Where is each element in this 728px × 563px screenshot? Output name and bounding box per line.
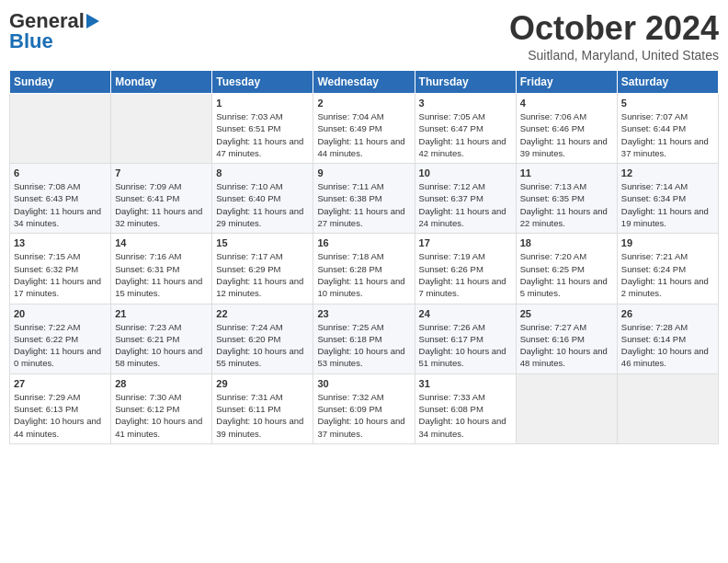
cell-daylight: Daylight: 11 hours and 37 minutes. (621, 136, 709, 158)
cell-daylight: Daylight: 11 hours and 2 minutes. (621, 276, 709, 298)
cell-sunrise: Sunrise: 7:06 AM (520, 111, 586, 121)
cell-sunrise: Sunrise: 7:04 AM (317, 111, 383, 121)
header-row: SundayMondayTuesdayWednesdayThursdayFrid… (10, 71, 719, 94)
cell-sunset: Sunset: 6:13 PM (14, 404, 78, 414)
cell-sunrise: Sunrise: 7:24 AM (216, 322, 282, 332)
cell-sunset: Sunset: 6:38 PM (317, 193, 381, 203)
day-number: 16 (317, 237, 410, 248)
day-number: 22 (216, 308, 309, 319)
calendar-cell: 12Sunrise: 7:14 AMSunset: 6:34 PMDayligh… (617, 164, 718, 234)
calendar-table: SundayMondayTuesdayWednesdayThursdayFrid… (9, 70, 719, 444)
header-day-wednesday: Wednesday (313, 71, 415, 94)
cell-sunset: Sunset: 6:32 PM (14, 264, 78, 274)
cell-sunrise: Sunrise: 7:26 AM (419, 322, 485, 332)
cell-daylight: Daylight: 11 hours and 5 minutes. (520, 276, 608, 298)
calendar-cell: 25Sunrise: 7:27 AMSunset: 6:16 PMDayligh… (516, 304, 617, 373)
cell-sunrise: Sunrise: 7:15 AM (14, 251, 80, 261)
cell-sunset: Sunset: 6:43 PM (14, 193, 78, 203)
day-number: 27 (14, 378, 107, 389)
calendar-cell: 1Sunrise: 7:03 AMSunset: 6:51 PMDaylight… (212, 94, 313, 164)
cell-sunset: Sunset: 6:46 PM (520, 123, 585, 133)
cell-daylight: Daylight: 11 hours and 39 minutes. (520, 136, 608, 158)
cell-sunrise: Sunrise: 7:10 AM (216, 181, 282, 191)
calendar-cell (10, 94, 111, 164)
calendar-cell: 22Sunrise: 7:24 AMSunset: 6:20 PMDayligh… (212, 304, 313, 373)
cell-sunset: Sunset: 6:25 PM (520, 264, 585, 274)
day-number: 9 (317, 167, 410, 178)
cell-sunrise: Sunrise: 7:32 AM (317, 392, 383, 402)
month-title: October 2024 (509, 9, 719, 48)
cell-sunrise: Sunrise: 7:12 AM (419, 181, 485, 191)
calendar-cell: 4Sunrise: 7:06 AMSunset: 6:46 PMDaylight… (516, 94, 617, 164)
day-number: 30 (317, 378, 410, 389)
cell-daylight: Daylight: 10 hours and 37 minutes. (317, 416, 404, 438)
cell-sunrise: Sunrise: 7:20 AM (520, 251, 586, 261)
cell-daylight: Daylight: 10 hours and 48 minutes. (520, 346, 608, 368)
calendar-cell: 10Sunrise: 7:12 AMSunset: 6:37 PMDayligh… (415, 164, 516, 234)
cell-daylight: Daylight: 10 hours and 53 minutes. (317, 346, 404, 368)
header-day-monday: Monday (111, 71, 212, 94)
cell-sunrise: Sunrise: 7:29 AM (14, 392, 80, 402)
header-day-tuesday: Tuesday (212, 71, 313, 94)
cell-sunset: Sunset: 6:41 PM (115, 193, 179, 203)
calendar-cell: 23Sunrise: 7:25 AMSunset: 6:18 PMDayligh… (313, 304, 415, 373)
cell-daylight: Daylight: 11 hours and 27 minutes. (317, 206, 404, 228)
cell-sunrise: Sunrise: 7:22 AM (14, 322, 80, 332)
cell-sunrise: Sunrise: 7:11 AM (317, 181, 383, 191)
cell-sunset: Sunset: 6:20 PM (216, 334, 280, 344)
cell-sunset: Sunset: 6:08 PM (419, 404, 483, 414)
header-day-thursday: Thursday (415, 71, 516, 94)
calendar-cell: 5Sunrise: 7:07 AMSunset: 6:44 PMDaylight… (617, 94, 718, 164)
cell-sunrise: Sunrise: 7:31 AM (216, 392, 282, 402)
cell-sunset: Sunset: 6:40 PM (216, 193, 280, 203)
calendar-cell: 19Sunrise: 7:21 AMSunset: 6:24 PMDayligh… (617, 234, 718, 304)
cell-sunset: Sunset: 6:28 PM (317, 264, 381, 274)
cell-daylight: Daylight: 11 hours and 7 minutes. (419, 276, 506, 298)
cell-sunrise: Sunrise: 7:08 AM (14, 181, 80, 191)
week-row-4: 20Sunrise: 7:22 AMSunset: 6:22 PMDayligh… (10, 304, 719, 373)
cell-sunset: Sunset: 6:37 PM (419, 193, 483, 203)
logo-arrow-icon (86, 14, 99, 29)
calendar-cell: 18Sunrise: 7:20 AMSunset: 6:25 PMDayligh… (516, 234, 617, 304)
calendar-cell: 3Sunrise: 7:05 AMSunset: 6:47 PMDaylight… (415, 94, 516, 164)
cell-sunrise: Sunrise: 7:23 AM (115, 322, 181, 332)
cell-sunrise: Sunrise: 7:09 AM (115, 181, 181, 191)
header-day-saturday: Saturday (617, 71, 718, 94)
day-number: 23 (317, 308, 410, 319)
calendar-cell: 8Sunrise: 7:10 AMSunset: 6:40 PMDaylight… (212, 164, 313, 234)
cell-sunrise: Sunrise: 7:28 AM (621, 322, 688, 332)
calendar-cell: 27Sunrise: 7:29 AMSunset: 6:13 PMDayligh… (10, 373, 111, 443)
day-number: 29 (216, 378, 309, 389)
calendar-cell: 17Sunrise: 7:19 AMSunset: 6:26 PMDayligh… (415, 234, 516, 304)
header-day-sunday: Sunday (10, 71, 111, 94)
cell-daylight: Daylight: 11 hours and 19 minutes. (621, 206, 709, 228)
day-number: 14 (115, 237, 208, 248)
day-number: 18 (520, 237, 613, 248)
header-day-friday: Friday (516, 71, 617, 94)
week-row-5: 27Sunrise: 7:29 AMSunset: 6:13 PMDayligh… (10, 373, 719, 443)
page-header: General Blue October 2024 Suitland, Mary… (9, 9, 719, 63)
day-number: 10 (419, 167, 512, 178)
cell-daylight: Daylight: 11 hours and 24 minutes. (419, 206, 506, 228)
day-number: 13 (14, 237, 107, 248)
cell-sunset: Sunset: 6:34 PM (621, 193, 686, 203)
calendar-cell (516, 373, 617, 443)
day-number: 12 (621, 167, 714, 178)
calendar-cell: 2Sunrise: 7:04 AMSunset: 6:49 PMDaylight… (313, 94, 415, 164)
calendar-cell: 13Sunrise: 7:15 AMSunset: 6:32 PMDayligh… (10, 234, 111, 304)
day-number: 19 (621, 237, 714, 248)
cell-sunset: Sunset: 6:47 PM (419, 123, 483, 133)
cell-sunset: Sunset: 6:17 PM (419, 334, 483, 344)
cell-sunrise: Sunrise: 7:17 AM (216, 251, 282, 261)
day-number: 4 (520, 98, 613, 109)
cell-sunset: Sunset: 6:14 PM (621, 334, 686, 344)
cell-sunset: Sunset: 6:24 PM (621, 264, 686, 274)
day-number: 11 (520, 167, 613, 178)
cell-sunrise: Sunrise: 7:18 AM (317, 251, 383, 261)
cell-sunset: Sunset: 6:21 PM (115, 334, 179, 344)
calendar-cell: 14Sunrise: 7:16 AMSunset: 6:31 PMDayligh… (111, 234, 212, 304)
week-row-3: 13Sunrise: 7:15 AMSunset: 6:32 PMDayligh… (10, 234, 719, 304)
day-number: 1 (216, 98, 309, 109)
cell-sunrise: Sunrise: 7:30 AM (115, 392, 181, 402)
week-row-2: 6Sunrise: 7:08 AMSunset: 6:43 PMDaylight… (10, 164, 719, 234)
